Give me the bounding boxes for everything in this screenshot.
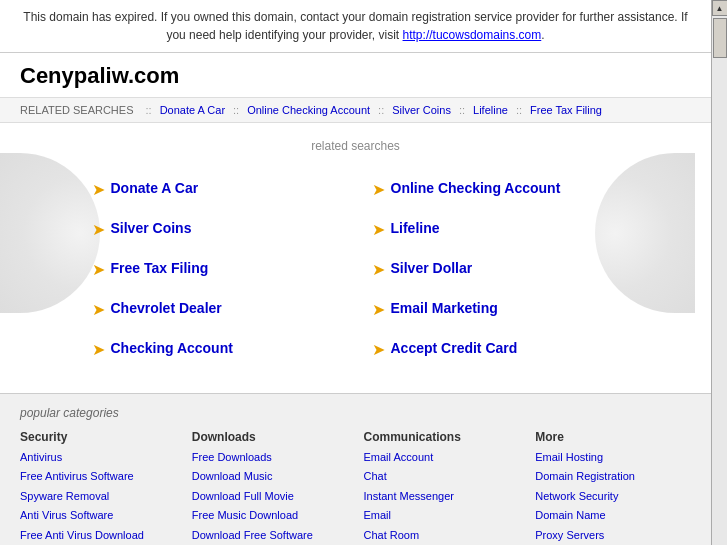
- cat-link-security-4[interactable]: Free Anti Virus Download: [20, 528, 176, 543]
- popular-title: popular categories: [20, 406, 691, 420]
- result-item-9: ➤ Accept Credit Card: [356, 329, 636, 369]
- result-arrow-1: ➤: [372, 180, 385, 199]
- result-link-4[interactable]: Free Tax Filing: [111, 259, 209, 277]
- popular-section: popular categories Security Antivirus Fr…: [0, 393, 711, 545]
- result-link-5[interactable]: Silver Dollar: [391, 259, 473, 277]
- outer-wrapper: This domain has expired. If you owned th…: [0, 0, 727, 545]
- cat-link-comm-3[interactable]: Email: [364, 508, 520, 523]
- site-title: Cenypaliw.com: [0, 53, 711, 97]
- cat-link-comm-4[interactable]: Chat Room: [364, 528, 520, 543]
- cat-link-downloads-2[interactable]: Download Full Movie: [192, 489, 348, 504]
- related-link-3[interactable]: Lifeline: [473, 104, 508, 116]
- result-arrow-7: ➤: [372, 300, 385, 319]
- result-link-6[interactable]: Chevrolet Dealer: [111, 299, 222, 317]
- sep-4: ::: [459, 104, 465, 116]
- category-col-more: More Email Hosting Domain Registration N…: [535, 430, 691, 545]
- result-link-1[interactable]: Online Checking Account: [391, 179, 561, 197]
- notice-text: This domain has expired. If you owned th…: [23, 10, 687, 42]
- related-label: RELATED SEARCHES: [20, 104, 134, 116]
- notice-bar: This domain has expired. If you owned th…: [0, 0, 711, 53]
- sep-2: ::: [233, 104, 239, 116]
- cat-link-downloads-3[interactable]: Free Music Download: [192, 508, 348, 523]
- sep-5: ::: [516, 104, 522, 116]
- result-item-1: ➤ Online Checking Account: [356, 169, 636, 209]
- cat-link-security-3[interactable]: Anti Virus Software: [20, 508, 176, 523]
- cat-link-downloads-0[interactable]: Free Downloads: [192, 450, 348, 465]
- related-link-0[interactable]: Donate A Car: [160, 104, 225, 116]
- result-link-2[interactable]: Silver Coins: [111, 219, 192, 237]
- result-item-5: ➤ Silver Dollar: [356, 249, 636, 289]
- cat-link-more-2[interactable]: Network Security: [535, 489, 691, 504]
- result-item-6: ➤ Chevrolet Dealer: [76, 289, 356, 329]
- cat-link-downloads-1[interactable]: Download Music: [192, 469, 348, 484]
- category-col-downloads: Downloads Free Downloads Download Music …: [192, 430, 348, 545]
- cat-header-security: Security: [20, 430, 176, 444]
- result-item-3: ➤ Lifeline: [356, 209, 636, 249]
- cat-link-security-0[interactable]: Antivirus: [20, 450, 176, 465]
- result-arrow-4: ➤: [92, 260, 105, 279]
- cat-link-comm-0[interactable]: Email Account: [364, 450, 520, 465]
- cat-link-security-2[interactable]: Spyware Removal: [20, 489, 176, 504]
- cat-link-downloads-4[interactable]: Download Free Software: [192, 528, 348, 543]
- result-arrow-2: ➤: [92, 220, 105, 239]
- related-link-1[interactable]: Online Checking Account: [247, 104, 370, 116]
- main-content: This domain has expired. If you owned th…: [0, 0, 711, 545]
- result-item-2: ➤ Silver Coins: [76, 209, 356, 249]
- category-col-communications: Communications Email Account Chat Instan…: [364, 430, 520, 545]
- cat-header-more: More: [535, 430, 691, 444]
- cat-link-more-4[interactable]: Proxy Servers: [535, 528, 691, 543]
- categories-grid: Security Antivirus Free Antivirus Softwa…: [20, 430, 691, 545]
- cat-link-comm-1[interactable]: Chat: [364, 469, 520, 484]
- scroll-thumb[interactable]: [713, 18, 727, 58]
- result-arrow-9: ➤: [372, 340, 385, 359]
- result-item-0: ➤ Donate A Car: [76, 169, 356, 209]
- result-item-4: ➤ Free Tax Filing: [76, 249, 356, 289]
- scroll-up-arrow[interactable]: ▲: [712, 0, 728, 16]
- scroll-track: [712, 16, 727, 545]
- related-link-2[interactable]: Silver Coins: [392, 104, 451, 116]
- search-area-title: related searches: [20, 139, 691, 153]
- result-link-9[interactable]: Accept Credit Card: [391, 339, 518, 357]
- result-link-0[interactable]: Donate A Car: [111, 179, 199, 197]
- category-col-security: Security Antivirus Free Antivirus Softwa…: [20, 430, 176, 545]
- result-arrow-8: ➤: [92, 340, 105, 359]
- sep-3: ::: [378, 104, 384, 116]
- result-item-8: ➤ Checking Account: [76, 329, 356, 369]
- cat-header-communications: Communications: [364, 430, 520, 444]
- result-link-3[interactable]: Lifeline: [391, 219, 440, 237]
- result-arrow-6: ➤: [92, 300, 105, 319]
- cat-header-downloads: Downloads: [192, 430, 348, 444]
- cat-link-more-3[interactable]: Domain Name: [535, 508, 691, 523]
- result-item-7: ➤ Email Marketing: [356, 289, 636, 329]
- sep-1: ::: [146, 104, 152, 116]
- related-bar: RELATED SEARCHES :: Donate A Car :: Onli…: [0, 97, 711, 123]
- result-arrow-0: ➤: [92, 180, 105, 199]
- result-link-8[interactable]: Checking Account: [111, 339, 233, 357]
- result-arrow-5: ➤: [372, 260, 385, 279]
- result-arrow-3: ➤: [372, 220, 385, 239]
- results-grid: ➤ Donate A Car ➤ Online Checking Account…: [76, 169, 636, 369]
- cat-link-security-1[interactable]: Free Antivirus Software: [20, 469, 176, 484]
- cat-link-more-1[interactable]: Domain Registration: [535, 469, 691, 484]
- cat-link-comm-2[interactable]: Instant Messenger: [364, 489, 520, 504]
- right-scrollbar: ▲ ▼: [711, 0, 727, 545]
- notice-link[interactable]: http://tucowsdomains.com: [403, 28, 542, 42]
- cat-link-more-0[interactable]: Email Hosting: [535, 450, 691, 465]
- related-link-4[interactable]: Free Tax Filing: [530, 104, 602, 116]
- result-link-7[interactable]: Email Marketing: [391, 299, 498, 317]
- search-area: related searches ➤ Donate A Car ➤ Online…: [0, 123, 711, 385]
